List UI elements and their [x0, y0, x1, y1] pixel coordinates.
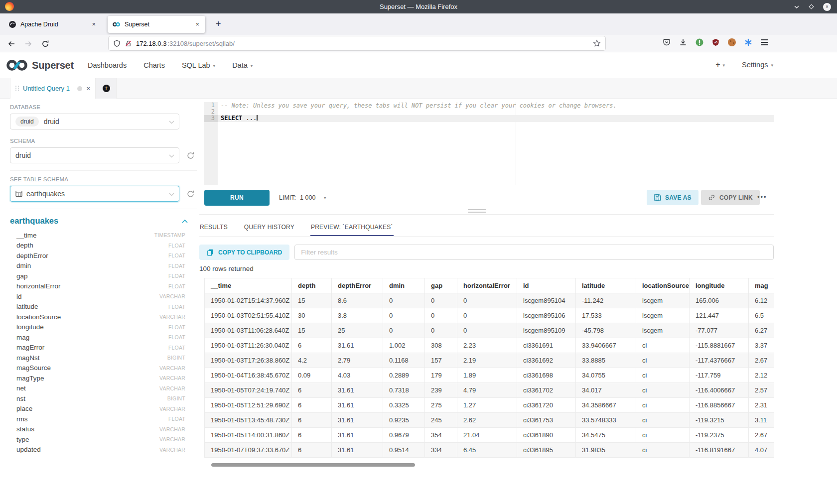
table-cell: 1950-01-05T12:51:29.690Z	[205, 398, 292, 413]
browser-tab-superset[interactable]: Superset ×	[108, 16, 205, 33]
caret-down-icon: ▾	[723, 62, 725, 68]
downloads-icon[interactable]	[679, 38, 687, 46]
run-button[interactable]: RUN	[204, 190, 270, 206]
refresh-table-icon[interactable]	[186, 190, 195, 198]
column-type: FLOAT	[168, 263, 185, 269]
table-cell: 0	[457, 293, 517, 308]
table-cell: ci	[636, 353, 690, 368]
back-icon[interactable]	[6, 38, 17, 49]
editor-divider	[199, 185, 774, 185]
table-row: 1950-01-03T11:26:30.040Z631.611.0023082.…	[205, 338, 774, 353]
table-cell: 6	[292, 383, 332, 398]
table-cell: 0.7318	[383, 383, 425, 398]
column-header-latitude[interactable]: latitude	[576, 278, 636, 293]
column-header-gap[interactable]: gap	[425, 278, 457, 293]
table-name-title[interactable]: earthquakes	[10, 216, 58, 226]
resize-grip[interactable]	[468, 209, 486, 214]
schema-column-row: idVARCHAR	[10, 291, 185, 302]
collapse-table-icon[interactable]	[182, 219, 188, 223]
browser-toolbar: 172.18.0.3:32108/superset/sqllab/ uO	[0, 35, 837, 52]
pane-divider	[199, 214, 774, 215]
window-minimize-icon[interactable]	[794, 4, 800, 10]
window-maximize-icon[interactable]	[808, 3, 815, 10]
results-table-container: __timedepthdepthErrordmingaphorizontalEr…	[204, 278, 774, 458]
schema-label: SCHEMA	[10, 138, 197, 144]
column-header-id[interactable]: id	[517, 278, 576, 293]
column-header-mag[interactable]: mag	[749, 278, 774, 293]
column-header-locationsource[interactable]: locationSource	[636, 278, 690, 293]
table-row: 1950-01-05T13:45:48.730Z631.610.92352452…	[205, 413, 774, 428]
url-bar[interactable]: 172.18.0.3:32108/superset/sqllab/	[109, 36, 605, 50]
table-cell: 157	[425, 353, 457, 368]
results-actions: COPY TO CLIPBOARD	[199, 245, 774, 260]
rows-returned-text: 100 rows returned	[199, 265, 254, 272]
table-cell: 34.0755	[576, 368, 636, 383]
brand-title[interactable]: Superset	[32, 60, 74, 71]
more-options-button[interactable]: •••	[757, 193, 767, 201]
menu-icon[interactable]	[761, 39, 768, 45]
column-type: TIMESTAMP	[154, 232, 185, 238]
filter-results-input[interactable]	[294, 245, 774, 260]
table-select[interactable]: earthquakes	[10, 186, 179, 202]
column-type: VARCHAR	[159, 436, 185, 442]
copy-to-clipboard-button[interactable]: COPY TO CLIPBOARD	[199, 245, 289, 260]
chevron-down-icon	[169, 193, 174, 196]
nav-item-charts[interactable]: Charts	[143, 61, 165, 69]
text-cursor	[257, 115, 258, 121]
schema-select[interactable]: druid	[10, 147, 179, 163]
new-tab-icon[interactable]: +	[211, 19, 226, 29]
settings-menu[interactable]: Settings ▾	[742, 61, 773, 69]
reload-icon[interactable]	[40, 38, 51, 49]
asterisk-extension-icon[interactable]	[744, 38, 752, 46]
forward-icon[interactable]	[23, 38, 34, 49]
close-query-tab-icon[interactable]: ×	[86, 85, 90, 92]
table-cell: -45.798	[576, 323, 636, 338]
add-new-button[interactable]: + ▾	[715, 60, 725, 69]
results-tab-results[interactable]: RESULTS	[199, 218, 228, 236]
table-cell: 2.67	[749, 353, 774, 368]
tab-close-icon[interactable]: ×	[194, 20, 201, 28]
bookmark-star-icon[interactable]	[593, 39, 601, 47]
insecure-lock-icon[interactable]	[125, 40, 132, 47]
print-margin	[516, 102, 516, 185]
save-as-button[interactable]: SAVE AS	[647, 190, 698, 205]
tab-close-icon[interactable]: ×	[90, 20, 97, 28]
query-tab-untitled-query-1[interactable]: Untitled Query 1 ×	[10, 78, 96, 99]
table-cell: 31.9835	[576, 443, 636, 458]
horizontal-scrollbar[interactable]	[211, 463, 415, 467]
nav-item-data[interactable]: Data▾	[232, 61, 253, 69]
cookie-extension-icon[interactable]	[728, 38, 736, 46]
table-cell: 275	[425, 398, 457, 413]
limit-control[interactable]: LIMIT: 1 000 ▾	[279, 194, 326, 201]
column-name: magSource	[16, 364, 51, 372]
column-header-depth[interactable]: depth	[292, 278, 332, 293]
table-cell: 34.017	[576, 383, 636, 398]
nav-item-dashboards[interactable]: Dashboards	[88, 61, 127, 69]
ublock-icon[interactable]: uO	[712, 38, 719, 46]
window-close-icon[interactable]: ×	[823, 3, 831, 11]
nav-item-sql-lab[interactable]: SQL Lab▾	[182, 61, 215, 69]
tracking-shield-icon[interactable]	[113, 40, 121, 47]
pocket-icon[interactable]	[663, 38, 671, 46]
superset-logo-icon[interactable]	[6, 58, 28, 72]
refresh-schema-icon[interactable]	[186, 151, 195, 160]
copy-link-button[interactable]: COPY LINK	[701, 190, 760, 205]
results-tab-preview-earthquakes[interactable]: PREVIEW: `EARTHQUAKES`	[310, 218, 394, 236]
column-header-deptherror[interactable]: depthError	[332, 278, 383, 293]
results-tab-query-history[interactable]: QUERY HISTORY	[244, 218, 295, 236]
extension-privacy-icon[interactable]	[696, 38, 703, 46]
add-query-tab-button[interactable]: +	[96, 78, 117, 99]
column-type: VARCHAR	[159, 385, 185, 391]
column-header-longitude[interactable]: longitude	[690, 278, 749, 293]
column-header-time[interactable]: __time	[205, 278, 292, 293]
table-cell: 1950-01-03T11:26:30.040Z	[205, 338, 292, 353]
sql-editor[interactable]: 1 2 3 -- Note: Unless you save your quer…	[204, 102, 774, 185]
column-header-dmin[interactable]: dmin	[383, 278, 425, 293]
table-cell: 1.27	[457, 398, 517, 413]
table-cell: iscgem895106	[517, 308, 576, 323]
browser-tab-apache-druid[interactable]: Apache Druid ×	[4, 16, 102, 33]
database-select[interactable]: druid druid	[10, 114, 179, 129]
url-path: :32108/superset/sqllab/	[167, 40, 234, 47]
table-cell: 6	[292, 413, 332, 428]
column-header-horizontalerror[interactable]: horizontalError	[457, 278, 517, 293]
